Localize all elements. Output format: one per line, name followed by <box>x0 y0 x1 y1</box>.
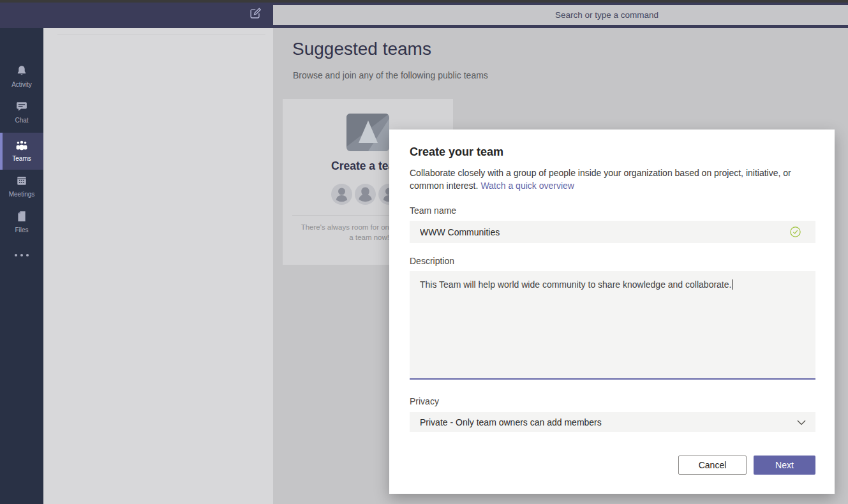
teams-app-window: Activity Chat Teams <box>0 0 848 504</box>
title-bar <box>0 0 848 28</box>
chevron-down-icon <box>795 416 808 429</box>
dialog-title: Create your team <box>410 145 503 159</box>
command-search-bar <box>273 5 848 25</box>
team-card-title: Create a tea <box>331 159 394 173</box>
team-card-footer: There's always room for on a team now! <box>283 222 389 242</box>
sidebar-item-label: Meetings <box>9 191 35 198</box>
avatar <box>331 184 352 207</box>
text-caret <box>732 279 733 290</box>
sidebar-item-label: Files <box>15 226 28 233</box>
privacy-select[interactable]: Private - Only team owners can add membe… <box>410 412 815 432</box>
sidebar-item-activity[interactable]: Activity <box>0 65 43 94</box>
privacy-label: Privacy <box>410 396 439 406</box>
window-top-strip <box>0 0 848 3</box>
dialog-buttons: Cancel Next <box>678 456 815 475</box>
chat-icon <box>16 101 27 115</box>
teams-people-icon <box>15 140 28 153</box>
sidebar-item-label: Teams <box>12 155 31 162</box>
team-name-label: Team name <box>410 205 456 216</box>
description-label: Description <box>410 256 454 266</box>
bell-icon <box>16 65 27 79</box>
panel-divider <box>57 34 265 34</box>
sidebar-item-chat[interactable]: Chat <box>0 101 43 130</box>
page-subtitle: Browse and join any of the following pub… <box>293 70 488 80</box>
sidebar-item-files[interactable]: Files <box>0 211 43 240</box>
dialog-description: Collaborate closely with a group of peop… <box>410 167 819 192</box>
sidebar-item-label: Activity <box>11 81 32 88</box>
search-input[interactable] <box>273 5 848 25</box>
page-title: Suggested teams <box>292 39 431 59</box>
cancel-button[interactable]: Cancel <box>678 456 747 475</box>
sidebar-item-teams[interactable]: Teams <box>0 133 43 170</box>
description-text: This Team will help world wide community… <box>420 279 731 290</box>
new-chat-button[interactable] <box>248 6 263 22</box>
valid-check-icon <box>789 226 801 238</box>
create-team-dialog: Create your team Collaborate closely wit… <box>389 130 835 494</box>
watch-overview-link[interactable]: Watch a quick overview <box>480 181 574 191</box>
team-card-image <box>346 114 389 151</box>
calendar-icon <box>16 175 27 189</box>
app-rail: Activity Chat Teams <box>0 28 43 504</box>
ellipsis-icon <box>15 254 17 256</box>
compose-icon <box>249 6 262 22</box>
avatar <box>355 184 376 207</box>
next-button[interactable]: Next <box>754 456 815 475</box>
sidebar-item-label: Chat <box>15 117 28 124</box>
file-icon <box>17 211 27 225</box>
description-textarea[interactable]: This Team will help world wide community… <box>410 271 815 380</box>
more-apps-button[interactable] <box>0 254 43 256</box>
teams-list-panel <box>43 28 273 504</box>
sidebar-item-meetings[interactable]: Meetings <box>0 175 43 204</box>
privacy-selected-value: Private - Only team owners can add membe… <box>420 417 602 427</box>
team-name-input[interactable] <box>410 221 815 243</box>
